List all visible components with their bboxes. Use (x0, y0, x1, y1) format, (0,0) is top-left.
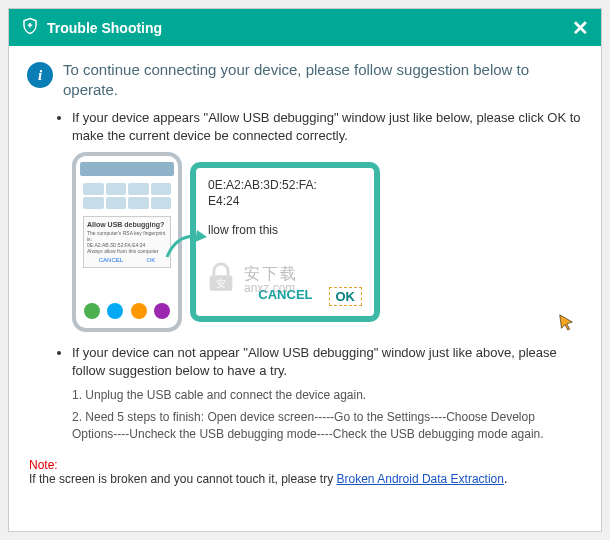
tablet-ok-button: OK (329, 287, 363, 306)
step-1: 1. Unplug the USB cable and connect the … (72, 387, 583, 403)
info-icon: i (27, 62, 53, 88)
steps-block: 1. Unplug the USB cable and connect the … (27, 387, 583, 442)
phone-usb-popup: Allow USB debugging? The computer's RSA … (83, 216, 171, 268)
dialog-title: Trouble Shooting (47, 20, 162, 36)
note-block: Note: If the screen is broken and you ca… (27, 458, 583, 486)
dialog-content: i To continue connecting your device, pl… (9, 46, 601, 531)
svg-text:安: 安 (216, 278, 226, 289)
step-2: 2. Need 5 steps to finish: Open device s… (72, 409, 583, 441)
phone-popup-cancel: CANCEL (99, 257, 123, 263)
intro-row: i To continue connecting your device, pl… (27, 60, 583, 99)
lock-icon: 安 (204, 261, 238, 298)
arrow-icon (162, 222, 212, 266)
note-text: If the screen is broken and you cannot t… (29, 472, 337, 486)
phone-popup-title: Allow USB debugging? (87, 221, 167, 228)
tablet-mockup: 0E:A2:AB:3D:52:FA:E4:24 llow from this C… (190, 162, 380, 322)
illustration-block: Allow USB debugging? The computer's RSA … (27, 152, 583, 332)
intro-text: To continue connecting your device, plea… (63, 60, 583, 99)
bullet-list-2: If your device can not appear "Allow USB… (27, 344, 583, 379)
bullet-2: If your device can not appear "Allow USB… (72, 344, 583, 379)
broken-android-link[interactable]: Broken Android Data Extraction (337, 472, 504, 486)
dialog-header: Trouble Shooting ✕ (9, 9, 601, 46)
bullet-list-1: If your device appears "Allow USB debugg… (27, 109, 583, 144)
close-button[interactable]: ✕ (572, 18, 589, 38)
watermark: 安 安下载 anxz.com (204, 261, 298, 298)
cursor-icon (557, 313, 575, 334)
shield-plus-icon (21, 17, 47, 38)
note-label: Note: (29, 458, 581, 472)
bullet-1: If your device appears "Allow USB debugg… (72, 109, 583, 144)
troubleshooting-dialog: Trouble Shooting ✕ i To continue connect… (8, 8, 602, 532)
phone-popup-ok: OK (147, 257, 156, 263)
